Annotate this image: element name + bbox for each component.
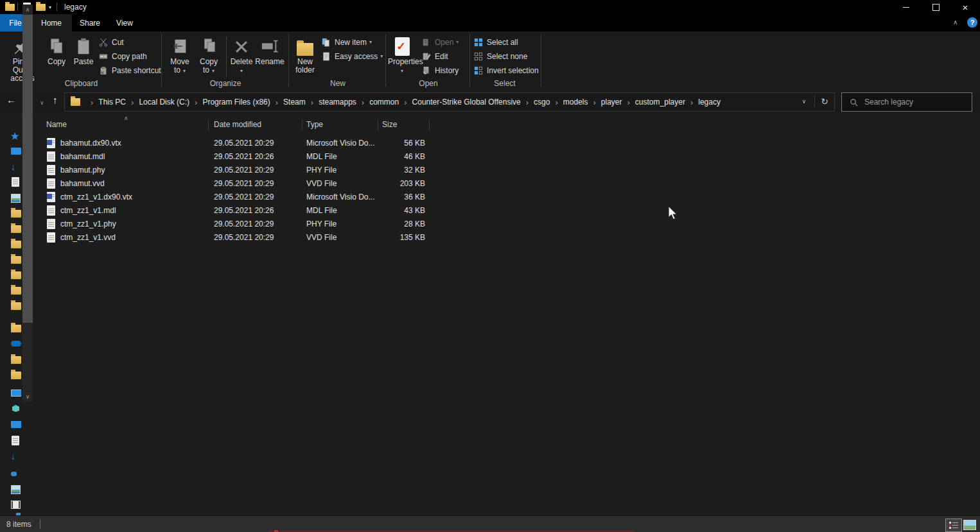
sidebar-icon[interactable]: [11, 177, 21, 187]
easy-access-button[interactable]: Easy access▾: [321, 50, 383, 62]
collapse-ribbon-button[interactable]: ∧: [953, 19, 958, 26]
properties-button[interactable]: ✓ Properties▾: [388, 34, 416, 78]
qat-customize-dropdown[interactable]: ▾: [49, 4, 51, 10]
scroll-down-icon[interactable]: ∨: [22, 393, 33, 400]
breadcrumb-item[interactable]: ›models: [550, 98, 588, 107]
breadcrumb-item[interactable]: ›This PC: [85, 98, 126, 107]
help-button[interactable]: ?: [967, 17, 977, 28]
column-header-date[interactable]: Date modified: [214, 120, 261, 129]
invert-selection-button[interactable]: Invert selection: [473, 64, 539, 76]
sidebar-icon[interactable]: [11, 208, 21, 218]
copy-button[interactable]: Copy: [44, 34, 69, 78]
copy-path-button[interactable]: Copy path: [98, 50, 147, 62]
scroll-up-icon[interactable]: ∧: [22, 6, 33, 13]
rename-button[interactable]: Rename: [254, 34, 285, 78]
up-button[interactable]: ↑: [53, 94, 58, 106]
file-row[interactable]: bahamut.mdl 29.05.2021 20:26 MDL File 46…: [33, 150, 980, 164]
select-all-button[interactable]: Select all: [473, 36, 518, 48]
divider: [814, 96, 815, 107]
file-row[interactable]: bahamut.phy 29.05.2021 20:29 PHY File 32…: [33, 164, 980, 177]
column-separator[interactable]: [429, 119, 430, 131]
sidebar-icon[interactable]: [11, 370, 21, 380]
column-separator[interactable]: [208, 119, 209, 131]
file-row[interactable]: ctm_zz1_v1.dx90.vtx 29.05.2021 20:29 Mic…: [33, 191, 980, 204]
sidebar-icon[interactable]: [11, 254, 21, 264]
recent-locations-dropdown[interactable]: ∨: [40, 97, 44, 108]
sidebar-icon[interactable]: [11, 499, 21, 510]
sidebar-icon[interactable]: ★: [11, 131, 21, 141]
file-row[interactable]: ctm_zz1_v1.mdl 29.05.2021 20:26 MDL File…: [33, 204, 980, 218]
delete-button[interactable]: Delete▾: [229, 34, 254, 78]
sidebar-icon[interactable]: [11, 270, 21, 280]
file-row[interactable]: bahamut.vvd 29.05.2021 20:29 VVD File 20…: [33, 177, 980, 191]
sidebar-icon[interactable]: [11, 223, 21, 234]
address-breadcrumb-bar[interactable]: ›This PC ›Local Disk (C:) ›Program Files…: [64, 92, 835, 112]
tab-share[interactable]: Share: [72, 14, 108, 31]
column-header-size[interactable]: Size: [382, 120, 397, 129]
edit-button[interactable]: Edit: [421, 50, 448, 62]
breadcrumb-item[interactable]: ›player: [588, 98, 622, 107]
file-date-modified: 29.05.2021 20:29: [214, 139, 274, 148]
sidebar-icon[interactable]: [11, 300, 21, 311]
new-folder-button[interactable]: New folder: [291, 34, 319, 78]
copy-to-button[interactable]: Copy to▾: [195, 34, 223, 78]
sidebar-icon[interactable]: [11, 404, 21, 414]
breadcrumb-item[interactable]: ›steamapps: [306, 98, 356, 107]
move-to-button[interactable]: Move to▾: [166, 34, 194, 78]
back-button[interactable]: ←: [6, 94, 16, 106]
details-view-button[interactable]: [945, 519, 962, 532]
paste-button[interactable]: Paste: [71, 34, 96, 78]
close-icon: ×: [963, 3, 968, 12]
refresh-button[interactable]: ↻: [818, 93, 831, 110]
new-item-button[interactable]: New item▾: [321, 36, 372, 48]
cut-button[interactable]: Cut: [98, 36, 124, 48]
sidebar-icon[interactable]: [11, 285, 21, 295]
sidebar-icon[interactable]: ↓: [11, 451, 21, 461]
breadcrumb-item[interactable]: ›legacy: [685, 98, 721, 107]
breadcrumb-item[interactable]: ›Program Files (x86): [189, 98, 270, 107]
sidebar-icon[interactable]: ↓: [11, 162, 21, 172]
thumbnails-view-button[interactable]: [962, 519, 977, 531]
breadcrumb-item[interactable]: ›Counter-Strike Global Offensive: [399, 98, 521, 107]
sidebar-icon[interactable]: [11, 388, 21, 399]
dropdown-icon: ▾: [183, 68, 186, 74]
sidebar-icon[interactable]: [11, 468, 21, 479]
breadcrumb-item[interactable]: ›custom_player: [622, 98, 685, 107]
select-none-button[interactable]: Select none: [473, 50, 527, 62]
close-button[interactable]: ×: [950, 0, 980, 14]
search-input[interactable]: [863, 97, 962, 107]
column-header-name[interactable]: Name: [46, 120, 67, 129]
column-separator[interactable]: [302, 119, 302, 131]
dropdown-icon: ▾: [380, 53, 383, 59]
minimize-button[interactable]: [891, 0, 921, 14]
paste-shortcut-button[interactable]: Paste shortcut: [98, 64, 161, 76]
file-row[interactable]: ctm_zz1_v1.phy 29.05.2021 20:29 PHY File…: [33, 218, 980, 231]
qat-new-folder-button[interactable]: [36, 4, 46, 11]
sidebar-icon[interactable]: [11, 193, 21, 203]
file-row[interactable]: bahamut.dx90.vtx 29.05.2021 20:29 Micros…: [33, 137, 980, 150]
scrollbar-thumb[interactable]: [22, 15, 33, 323]
navigation-scrollbar[interactable]: ∧ ∨: [22, 4, 33, 402]
sidebar-icon[interactable]: [11, 420, 21, 430]
column-header-type[interactable]: Type: [306, 120, 323, 129]
sidebar-icon[interactable]: [11, 239, 21, 249]
file-row[interactable]: ctm_zz1_v1.vvd 29.05.2021 20:29 VVD File…: [33, 231, 980, 245]
tab-view[interactable]: View: [108, 14, 141, 31]
address-dropdown-button[interactable]: ∨: [798, 93, 810, 110]
breadcrumb-item[interactable]: ›csgo: [521, 98, 550, 107]
open-button[interactable]: Open▾: [421, 36, 459, 48]
sidebar-icon[interactable]: [11, 338, 21, 348]
history-button[interactable]: History: [421, 64, 459, 76]
sidebar-icon[interactable]: [11, 146, 21, 157]
breadcrumb-item[interactable]: ›Local Disk (C:): [126, 98, 189, 107]
sidebar-icon[interactable]: [11, 323, 21, 333]
sidebar-icon[interactable]: [11, 436, 21, 446]
column-separator[interactable]: [378, 119, 378, 131]
search-box[interactable]: [841, 92, 972, 112]
breadcrumb-item[interactable]: ›Steam: [270, 98, 306, 107]
sidebar-icon[interactable]: [11, 484, 21, 494]
maximize-button[interactable]: [921, 0, 950, 14]
tab-home[interactable]: Home: [31, 14, 72, 31]
sidebar-icon[interactable]: [11, 354, 21, 365]
breadcrumb-item[interactable]: ›common: [356, 98, 399, 107]
